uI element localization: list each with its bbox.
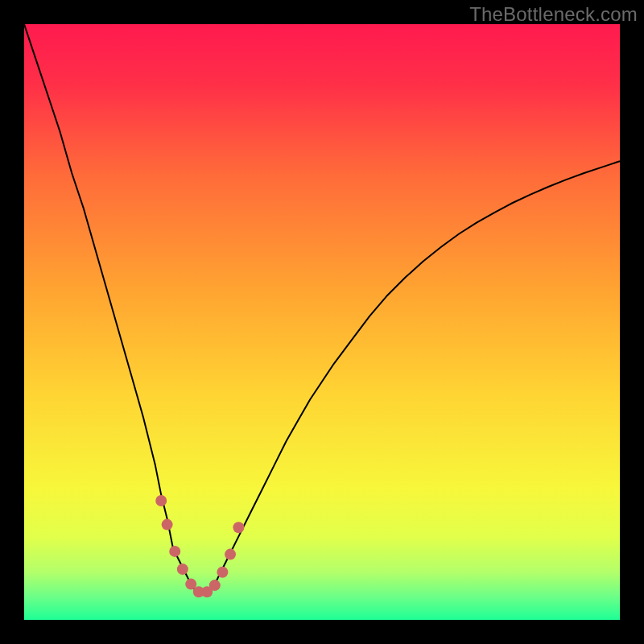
chart-frame: TheBottleneck.com	[0, 0, 644, 644]
watermark-text: TheBottleneck.com	[469, 3, 638, 26]
marker-dot	[225, 549, 236, 560]
marker-dot	[155, 495, 167, 506]
marker-dot	[217, 567, 228, 578]
plot-area	[24, 24, 620, 620]
chart-svg	[24, 24, 620, 620]
marker-dot	[209, 580, 221, 591]
marker-dot	[177, 564, 188, 575]
marker-dot	[169, 546, 180, 557]
gradient-background	[24, 24, 620, 620]
marker-dot	[233, 522, 244, 533]
marker-dot	[162, 519, 173, 530]
